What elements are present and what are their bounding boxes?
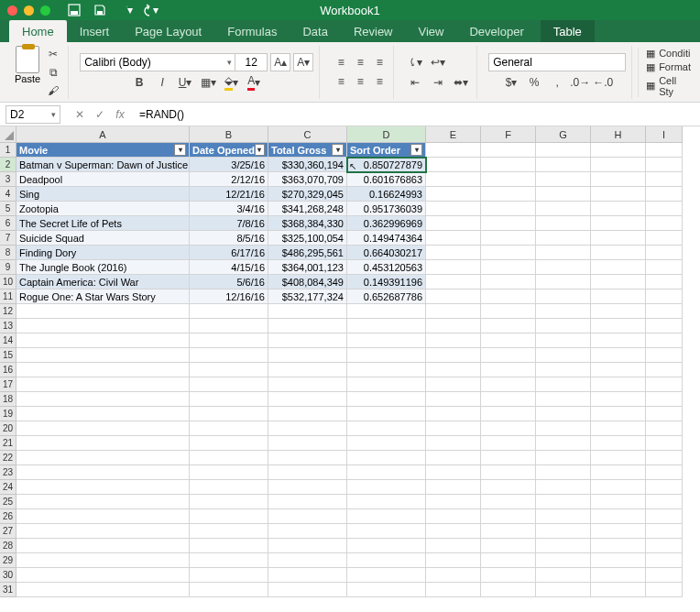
cell[interactable] [646, 216, 683, 231]
cell[interactable] [16, 363, 190, 377]
accounting-format-icon[interactable]: $▾ [501, 73, 521, 92]
cell[interactable]: 8/5/16 [190, 231, 268, 246]
row-header[interactable]: 30 [0, 568, 16, 583]
cell[interactable] [591, 231, 646, 246]
cell[interactable] [426, 216, 481, 231]
cell[interactable] [646, 524, 683, 539]
cell[interactable] [646, 158, 683, 172]
cell[interactable] [591, 158, 646, 172]
cell[interactable] [536, 290, 591, 304]
cell[interactable] [481, 363, 536, 377]
cell[interactable] [426, 363, 481, 377]
cell[interactable] [591, 260, 646, 275]
cell[interactable] [536, 187, 591, 202]
cell[interactable] [268, 363, 347, 377]
undo-icon[interactable]: ▾ [118, 3, 133, 17]
col-header-E[interactable]: E [426, 126, 481, 143]
row-header[interactable]: 26 [0, 509, 16, 524]
cell[interactable]: $330,360,194 [268, 158, 347, 172]
name-box[interactable]: D2▾ [5, 105, 60, 124]
cell[interactable]: 0.951736039 [347, 202, 426, 216]
cell[interactable] [646, 231, 683, 246]
row-header[interactable]: 23 [0, 465, 16, 480]
align-center-icon[interactable]: ≡ [350, 72, 370, 91]
cell[interactable] [536, 158, 591, 172]
italic-button[interactable]: I [152, 73, 172, 92]
cell[interactable] [646, 348, 683, 363]
cell[interactable] [646, 377, 683, 392]
cell[interactable] [347, 553, 426, 568]
filter-dropdown-icon[interactable]: ▾ [174, 144, 186, 156]
cell[interactable] [646, 246, 683, 260]
cell[interactable] [536, 553, 591, 568]
cell[interactable] [481, 568, 536, 583]
cell[interactable]: Deadpool [16, 172, 190, 187]
save-icon[interactable] [93, 3, 107, 17]
cell[interactable] [347, 451, 426, 465]
tab-table[interactable]: Table [541, 20, 595, 42]
cell[interactable] [190, 421, 268, 436]
cell[interactable] [347, 539, 426, 553]
row-header[interactable]: 24 [0, 480, 16, 495]
bold-button[interactable]: B [129, 73, 149, 92]
cell[interactable] [16, 348, 190, 363]
percent-format-icon[interactable]: % [524, 73, 544, 92]
cell[interactable] [268, 436, 347, 451]
tab-view[interactable]: View [406, 20, 457, 42]
cell[interactable]: 12/16/16 [190, 290, 268, 304]
row-header[interactable]: 18 [0, 392, 16, 407]
cell[interactable] [190, 319, 268, 333]
cell[interactable] [426, 319, 481, 333]
cell[interactable] [347, 465, 426, 480]
cell[interactable] [481, 407, 536, 421]
cell[interactable] [591, 377, 646, 392]
cell[interactable] [426, 304, 481, 319]
tab-insert[interactable]: Insert [67, 20, 123, 42]
cell[interactable] [591, 363, 646, 377]
cell[interactable] [646, 480, 683, 495]
cell[interactable] [16, 524, 190, 539]
cell[interactable] [591, 480, 646, 495]
cell[interactable] [536, 348, 591, 363]
cell[interactable] [646, 260, 683, 275]
cell[interactable] [591, 348, 646, 363]
cell[interactable] [481, 187, 536, 202]
cell[interactable]: Sort Order▾ [347, 143, 426, 158]
cell[interactable] [646, 539, 683, 553]
filter-dropdown-icon[interactable]: ▾ [332, 144, 344, 156]
cell[interactable] [347, 363, 426, 377]
cell[interactable] [16, 421, 190, 436]
cell[interactable] [591, 436, 646, 451]
merge-button[interactable]: ⬌▾ [451, 73, 471, 92]
decrease-font-icon[interactable]: A▾ [293, 53, 313, 71]
tab-home[interactable]: Home [9, 20, 67, 42]
cell[interactable] [536, 143, 591, 158]
row-header[interactable]: 27 [0, 524, 16, 539]
cell[interactable] [481, 377, 536, 392]
row-header[interactable]: 8 [0, 246, 16, 260]
decrease-indent-icon[interactable]: ⇤ [405, 73, 425, 92]
cell[interactable]: 0.850727879↖ [347, 158, 426, 172]
cell[interactable] [426, 553, 481, 568]
cell[interactable] [347, 392, 426, 407]
font-color-button[interactable]: A▾ [244, 73, 264, 92]
cell[interactable]: Date Opened▾ [190, 143, 268, 158]
cell[interactable] [646, 465, 683, 480]
cell[interactable] [426, 568, 481, 583]
cell[interactable] [591, 246, 646, 260]
cell[interactable] [481, 436, 536, 451]
cell[interactable] [646, 392, 683, 407]
row-header[interactable]: 29 [0, 553, 16, 568]
cell[interactable] [190, 465, 268, 480]
cell[interactable] [646, 172, 683, 187]
cell[interactable] [646, 304, 683, 319]
cell[interactable] [268, 333, 347, 348]
cell-styles-button[interactable]: ▦Cell Sty [646, 75, 691, 97]
row-header[interactable]: 5 [0, 202, 16, 216]
cell[interactable] [591, 275, 646, 290]
row-header[interactable]: 10 [0, 275, 16, 290]
cell[interactable] [268, 377, 347, 392]
cell[interactable]: 2/12/16 [190, 172, 268, 187]
cell[interactable]: 0.149474364 [347, 231, 426, 246]
cell[interactable] [347, 421, 426, 436]
